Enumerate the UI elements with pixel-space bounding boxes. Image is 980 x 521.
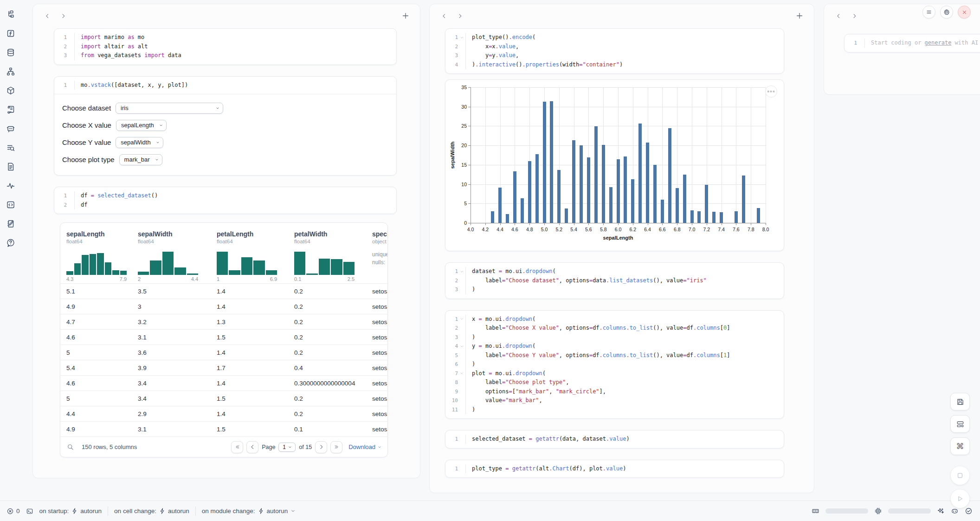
chart-bar xyxy=(513,171,516,223)
chart-bar xyxy=(521,198,524,223)
close-icon xyxy=(961,9,968,16)
code-cell[interactable]: 1plot_type().encode(2 x=x.value,3 y=y.va… xyxy=(445,28,784,74)
page-select[interactable]: 1 xyxy=(278,443,296,452)
table-cell: 4.9 xyxy=(60,299,132,314)
empty-code-cell[interactable]: 1Start coding or generate with AI xyxy=(844,34,980,52)
chevron-right-icon xyxy=(318,443,325,450)
sidebar-logs-button[interactable] xyxy=(5,104,17,116)
column-prev-button[interactable] xyxy=(438,10,450,22)
sidebar-outline-search-button[interactable] xyxy=(5,142,17,154)
choose-plot-type-select[interactable]: mark_bar xyxy=(119,154,162,165)
x-tick-label: 7.8 xyxy=(748,227,754,232)
datasources-icon xyxy=(6,48,15,57)
table-cell: 5.4 xyxy=(60,360,132,375)
layout-button[interactable] xyxy=(950,415,970,433)
x-tick-label: 6.6 xyxy=(659,227,666,232)
sidebar-variables-button[interactable] xyxy=(5,27,17,39)
search-icon[interactable] xyxy=(67,443,74,451)
fold-icon[interactable] xyxy=(458,316,465,322)
sidebar-scratchpad-button[interactable] xyxy=(5,218,17,230)
help-icon xyxy=(6,238,15,247)
sparkles-icon xyxy=(937,507,945,515)
chart-plot-area[interactable] xyxy=(471,87,766,223)
fold-icon[interactable] xyxy=(458,34,465,41)
on-cell-change-setting[interactable]: on cell change: autorun xyxy=(114,508,189,514)
code-cell[interactable]: 1x = mo.ui.dropdown(2 label="Choose X va… xyxy=(445,310,784,419)
settings-button[interactable] xyxy=(940,6,953,19)
keyboard-shortcuts-button[interactable]: ⌘ xyxy=(950,437,970,455)
code-cell[interactable]: 1mo.vstack([dataset, x, y, plot])Choose … xyxy=(54,76,397,176)
table-cell: 3.5 xyxy=(132,283,211,299)
download-button[interactable]: Download xyxy=(348,443,382,450)
sidebar-packages-button[interactable] xyxy=(5,85,17,97)
prev-page-button[interactable] xyxy=(246,441,258,453)
code-cell[interactable]: 1df = selected_dataset()2df xyxy=(54,187,397,214)
chart-bar xyxy=(498,188,502,223)
add-cell-button[interactable] xyxy=(400,10,412,22)
first-page-button[interactable] xyxy=(231,441,243,453)
terminal-button[interactable] xyxy=(26,505,33,517)
column-dtype: object xyxy=(372,239,387,244)
line-number: 1 xyxy=(455,315,458,324)
table-cell: 3.2 xyxy=(132,314,211,329)
chevron-down-small-icon xyxy=(377,445,382,449)
table-cell: 1.5 xyxy=(211,421,288,436)
x-tick-label: 4.4 xyxy=(496,227,503,232)
sidebar-snippets-button[interactable] xyxy=(5,199,17,211)
line-number: 4 xyxy=(455,342,458,351)
table-cell: 3.6 xyxy=(132,345,211,360)
column-prev-button[interactable] xyxy=(41,10,53,22)
close-button[interactable] xyxy=(958,6,971,19)
cpu-icon xyxy=(874,507,882,515)
errors-indicator[interactable]: 0 xyxy=(6,508,20,515)
sidebar-documentation-button[interactable] xyxy=(5,161,17,173)
column-next-button[interactable] xyxy=(57,10,69,22)
sidebar-dependency-graph-button[interactable] xyxy=(5,65,17,78)
line-number: 1 xyxy=(64,191,67,201)
x-tick-label: 6.0 xyxy=(615,227,622,232)
last-page-button[interactable] xyxy=(330,441,342,453)
stop-button[interactable] xyxy=(951,466,969,485)
x-tick-label: 7.0 xyxy=(689,227,696,232)
layout-icon xyxy=(956,420,965,429)
column-prev-button[interactable] xyxy=(832,10,845,22)
code-placeholder: Start coding or generate with AI xyxy=(865,39,978,48)
column-dtype: float64 xyxy=(294,239,361,244)
menu-button[interactable] xyxy=(922,6,935,19)
add-cell-button[interactable] xyxy=(793,10,806,22)
sidebar-file-explorer-button[interactable] xyxy=(5,8,17,20)
table-search-button[interactable] xyxy=(67,443,74,451)
ram-usage-meter xyxy=(825,508,868,514)
x-tick-label: 8.0 xyxy=(762,227,769,232)
choose-y-value-select[interactable]: sepalWidth xyxy=(116,137,163,148)
choose-x-value-select[interactable]: sepalLength xyxy=(116,120,167,131)
table-cell: 3.4 xyxy=(132,375,211,391)
chart-options-button[interactable]: ••• xyxy=(765,85,777,98)
fold-icon[interactable] xyxy=(458,343,465,350)
save-button[interactable] xyxy=(950,393,970,410)
sidebar-chat-button[interactable] xyxy=(5,123,17,135)
code-cell[interactable]: 1import marimo as mo2import altair as al… xyxy=(54,28,397,65)
fold-icon[interactable] xyxy=(458,268,465,275)
code-cell[interactable]: 1selected_dataset = getattr(data, datase… xyxy=(445,430,784,449)
on-startup-setting[interactable]: on startup: autorun xyxy=(39,508,102,514)
column-next-button[interactable] xyxy=(848,10,860,22)
first-page-icon xyxy=(234,444,240,450)
code-cell[interactable]: 1dataset = mo.ui.dropdown(2 label="Choos… xyxy=(445,262,784,299)
divider xyxy=(108,507,108,516)
table-cell: 0.2 xyxy=(288,283,366,299)
sidebar-tracing-button[interactable] xyxy=(5,180,17,192)
chart-output: 4.04.24.44.64.85.05.25.45.65.86.06.26.46… xyxy=(445,79,784,251)
choose-dataset-select[interactable]: iris xyxy=(116,103,223,114)
sidebar-datasources-button[interactable] xyxy=(5,46,17,59)
column-name: species xyxy=(372,230,387,238)
run-button[interactable] xyxy=(951,489,969,508)
column-next-button[interactable] xyxy=(454,10,466,22)
fold-icon[interactable] xyxy=(458,370,465,377)
next-page-button[interactable] xyxy=(315,441,327,453)
line-number: 2 xyxy=(64,201,67,210)
sidebar-help-button[interactable] xyxy=(5,237,17,249)
code-cell[interactable]: 1plot_type = getattr(alt.Chart(df), plot… xyxy=(445,460,784,478)
on-module-change-setting[interactable]: on module change: autorun xyxy=(202,508,297,514)
ai-assistant-button[interactable] xyxy=(937,505,945,517)
